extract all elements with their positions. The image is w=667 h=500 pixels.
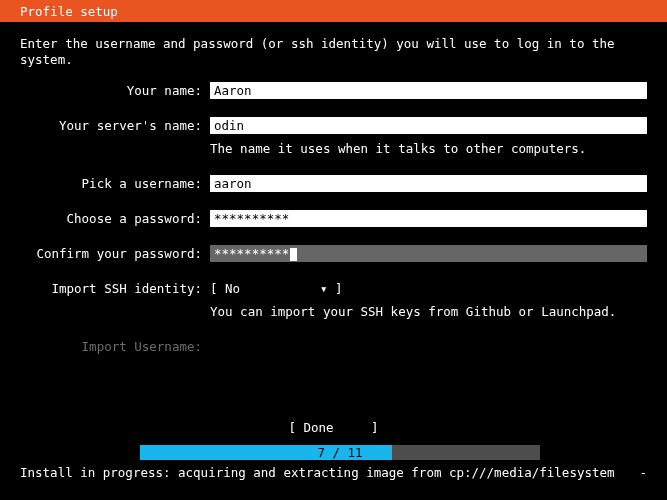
ssh-identity-label: Import SSH identity: [20, 280, 210, 297]
status-line: Install in progress: acquiring and extra… [20, 465, 647, 480]
progress-bar: 7 / 11 [140, 445, 540, 460]
done-button[interactable]: [ Done ] [288, 420, 378, 435]
intro-text: Enter the username and password (or ssh … [20, 36, 647, 68]
password-input[interactable]: ********** [210, 210, 647, 227]
ssh-identity-dropdown[interactable]: [ No▾ ] [210, 280, 343, 297]
username-input[interactable]: aaron [210, 175, 647, 192]
progress-text: 7 / 11 [140, 445, 540, 460]
ssh-identity-hint: You can import your SSH keys from Github… [210, 303, 647, 320]
server-name-label: Your server's name: [20, 117, 210, 134]
window-title-bar: Profile setup [0, 0, 667, 22]
your-name-label: Your name: [20, 82, 210, 99]
password-label: Choose a password: [20, 210, 210, 227]
server-name-input[interactable]: odin [210, 117, 647, 134]
installer-screen: { "header": { "title": "Profile setup" }… [0, 0, 667, 500]
done-row: [ Done ] [0, 420, 667, 435]
form-area: Enter the username and password (or ssh … [0, 22, 667, 355]
spinner-icon: - [639, 465, 647, 480]
status-message: acquiring and extracting image from cp:/… [178, 465, 615, 480]
username-label: Pick a username: [20, 175, 210, 192]
server-name-hint: The name it uses when it talks to other … [210, 140, 647, 157]
confirm-password-input[interactable]: ********** [210, 245, 647, 262]
page-title: Profile setup [20, 4, 118, 19]
confirm-password-label: Confirm your password: [20, 245, 210, 262]
chevron-down-icon: ▾ [320, 280, 328, 297]
import-username-label: Import Username: [20, 338, 210, 355]
text-cursor [290, 248, 297, 261]
your-name-input[interactable]: Aaron [210, 82, 647, 99]
status-prefix: Install in progress: [20, 465, 178, 480]
